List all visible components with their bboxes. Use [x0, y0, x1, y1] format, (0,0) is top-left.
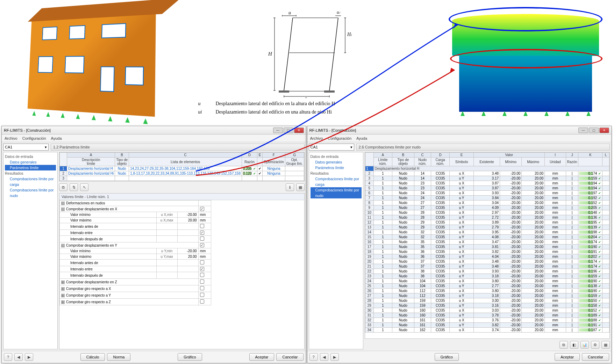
table-row[interactable]: 211Nudo 37CO35u Y 3.48-20.00 20.00mm | 0…: [365, 264, 610, 269]
table-row[interactable]: 81Nudo 27CO35u X 3.04-20.00 20.00mm | 0.…: [365, 201, 610, 205]
table-row[interactable]: 51Nudo 23CO35u Y 3.87-20.00 20.00mm | 0.…: [365, 186, 610, 191]
maximize-button[interactable]: ▢: [589, 128, 599, 133]
table-row[interactable]: 101Nudo 28CO35u X 2.97-20.00 20.00mm | 0…: [365, 210, 610, 215]
table-row[interactable]: 21Nudo 14CO35u X 3.48-20.00 20.00mm | 0.…: [365, 171, 610, 176]
table-row[interactable]: 71Nudo 24CO35u Y 3.84-20.00 20.00mm | 0.…: [365, 196, 610, 201]
param-row[interactable]: Intervalo después de: [60, 272, 211, 279]
param-row[interactable]: Intervalo entre ✓: [60, 230, 211, 236]
menu-ayuda[interactable]: Ayuda: [51, 136, 62, 140]
table-row[interactable]: 31Nudo 14CO35u Y 3.17-20.00 20.00mm | 0.…: [365, 176, 610, 181]
table-row[interactable]: 131Nudo 29CO35u Y 2.79-20.00 20.00mm | 0…: [365, 225, 610, 230]
table-row[interactable]: 1 Desplazamiento horizontal HNudo 14,23,…: [60, 166, 304, 171]
param-row[interactable]: ⊞Comprobar giro respecto a Y: [60, 292, 211, 299]
next-icon[interactable]: ▶: [330, 353, 339, 361]
param-row[interactable]: ⊟Comprobar desplazamiento en X ✓: [60, 206, 211, 212]
nav-tree-right[interactable]: Datos de entrada Datos generales Parámet…: [309, 152, 363, 349]
table-row[interactable]: 141Nudo 32CO35u X 3.95-20.00 20.00mm | 0…: [365, 230, 610, 235]
table-row[interactable]: 91Nudo 27CO35u Y 4.09-20.00 20.00mm | 0.…: [365, 205, 610, 210]
table-row[interactable]: 181Nudo 36CO35u X 3.82-20.00 20.00mm | 0…: [365, 249, 610, 254]
param-row[interactable]: Intervalo después de: [60, 236, 211, 242]
tree-item-datos[interactable]: Datos generales: [5, 159, 56, 165]
filter-icon[interactable]: ⧉: [59, 183, 67, 191]
menu-ayuda[interactable]: Ayuda: [356, 136, 367, 140]
param-row[interactable]: ⊟Comprobar desplazamiento en Y ✓: [60, 242, 211, 248]
norma-button[interactable]: Norma: [107, 353, 130, 361]
table-row[interactable]: 61Nudo 24CO35u X 3.93-20.00 20.00mm | 0.…: [365, 191, 610, 196]
case-combo[interactable]: CA1▾: [3, 144, 49, 151]
minimize-button[interactable]: —: [273, 128, 283, 133]
param-row[interactable]: ⊟Deformaciones en nudos: [60, 201, 211, 206]
menu-config[interactable]: Configuración: [328, 136, 351, 140]
table-row[interactable]: 171Nudo 35CO35u Y 3.81-20.00 20.00mm | 0…: [365, 245, 610, 249]
param-row[interactable]: Valor mínimo u Y,min-20.00mm: [60, 248, 211, 254]
param-table[interactable]: ⊟Deformaciones en nudos ⊟Comprobar despl…: [59, 200, 211, 305]
param-row[interactable]: Valor máximo u Y,max20.00mm: [60, 254, 211, 260]
prev-icon[interactable]: ◀: [14, 353, 23, 361]
table-row[interactable]: 301Nudo 160CO35u X 3.03-20.00 20.00mm | …: [365, 308, 610, 313]
table-row[interactable]: 3: [60, 176, 304, 181]
excel-icon[interactable]: ▦: [601, 341, 610, 349]
table-row[interactable]: 321Nudo 161CO35u X 3.76-20.00 20.00mm | …: [365, 318, 610, 323]
nav-tree-left[interactable]: Datos de entrada Datos generales Parámet…: [3, 152, 58, 349]
tree-item-parametros[interactable]: Parámetros límite: [5, 165, 56, 170]
param-row[interactable]: Intervalo antes de: [60, 223, 211, 230]
table-row[interactable]: 291Nudo 159CO35u Y 3.16-20.00 20.00mm | …: [365, 303, 610, 308]
menu-config[interactable]: Configuración: [22, 136, 46, 140]
cancel-button[interactable]: Cancelar: [582, 353, 609, 361]
param-row[interactable]: Intervalo antes de: [60, 260, 211, 266]
details-icon[interactable]: ℹ: [286, 183, 294, 191]
table-row[interactable]: 251Nudo 104CO35u Y 2.77-20.00 20.00mm | …: [365, 284, 610, 289]
table-row[interactable]: 241Nudo 104CO35u X 3.80-20.00 20.00mm | …: [365, 279, 610, 284]
help-icon[interactable]: ?: [309, 353, 318, 361]
maximize-button[interactable]: ▢: [284, 128, 293, 133]
calc-button[interactable]: Cálculo: [80, 353, 105, 361]
pick-icon[interactable]: ↖: [80, 183, 88, 191]
menu-archivo[interactable]: Archivo: [310, 136, 323, 140]
grafico-button[interactable]: Gráfico: [178, 353, 202, 361]
table-row[interactable]: 231Nudo 38CO35u Y 3.18-20.00 20.00mm | 0…: [365, 274, 610, 279]
titlebar-left[interactable]: RF-LIMITS - [Construcción] — ▢ ✕: [2, 126, 306, 134]
tree-item-carga[interactable]: Comprobaciones límite por carga: [5, 176, 56, 187]
prev-icon[interactable]: ◀: [320, 353, 328, 361]
table-row[interactable]: 311Nudo 160CO35u Y 3.78-20.00 20.00mm | …: [365, 313, 610, 318]
menu-archivo[interactable]: Archivo: [5, 136, 17, 140]
grafico-button[interactable]: Gráfico: [435, 353, 459, 361]
param-row[interactable]: Valor mínimo u X,min-20.00mm: [60, 212, 211, 218]
checks-grid[interactable]: A B C D E Valor I J K L: [365, 152, 610, 339]
filter-icon[interactable]: ⧉: [559, 341, 568, 349]
help-icon[interactable]: ?: [4, 353, 12, 361]
table-row[interactable]: 201Nudo 37CO35u X 3.48-20.00 20.00mm | 0…: [365, 259, 610, 264]
table-row[interactable]: 161Nudo 35CO35u X 3.47-20.00 20.00mm | 0…: [365, 240, 610, 245]
titlebar-right[interactable]: RF-LIMITS - [Construcción] — ▢ ✕: [307, 126, 612, 134]
table-row[interactable]: 331Nudo 161CO35u Y 3.82-20.00 20.00mm | …: [365, 323, 610, 328]
table-row[interactable]: 111Nudo 28CO35u Y 2.72-20.00 20.00mm | 0…: [365, 215, 610, 220]
ok-button[interactable]: Aceptar: [555, 353, 580, 361]
table-row[interactable]: 41Nudo 23CO35u X 3.87-20.00 20.00mm | 0.…: [365, 181, 610, 186]
param-row[interactable]: ⊞Comprobar desplazamiento en Z: [60, 279, 211, 285]
ok-button[interactable]: Aceptar: [249, 353, 275, 361]
close-button[interactable]: ✕: [599, 128, 609, 133]
table-row[interactable]: 261Nudo 112CO35u X 3.80-20.00 20.00mm | …: [365, 289, 610, 293]
table-row[interactable]: 151Nudo 32CO35u Y 4.08-20.00 20.00mm | 0…: [365, 235, 610, 240]
table-row[interactable]: 341Nudo 162CO35u X 3.74-20.00 20.00mm | …: [365, 328, 610, 333]
cancel-button[interactable]: Cancelar: [276, 353, 304, 361]
chart-icon[interactable]: 📊: [580, 341, 589, 349]
limits-grid[interactable]: A B C D E F G DescripciónlímiteTipo deob…: [59, 152, 305, 181]
table-row[interactable]: 2 Desplazamiento horizontal HiNudo 1,8-1…: [60, 171, 304, 176]
param-row[interactable]: Intervalo entre ✓: [60, 266, 211, 272]
colors-icon[interactable]: ◧: [570, 341, 578, 349]
param-row[interactable]: ⊞Comprobar giro respecto a X: [60, 285, 211, 292]
table-row[interactable]: 281Nudo 159CO35u X 3.00-20.00 20.00mm | …: [365, 298, 610, 303]
sort-icon[interactable]: ⇅: [70, 183, 78, 191]
param-row[interactable]: ⊞Comprobar giro respecto a Z: [60, 299, 211, 305]
param-row[interactable]: Valor máximo u X,max20.00mm: [60, 218, 211, 223]
minimize-button[interactable]: —: [578, 128, 588, 133]
table-row[interactable]: 221Nudo 38CO35u X 3.93-20.00 20.00mm | 0…: [365, 269, 610, 274]
case-combo[interactable]: CA1▾: [309, 144, 354, 151]
table-row[interactable]: 121Nudo 29CO35u X 3.89-20.00 20.00mm | 0…: [365, 220, 610, 225]
tree-item-nudo[interactable]: Comprobaciones límite por nudo: [5, 187, 56, 198]
excel-icon[interactable]: ▦: [296, 183, 305, 191]
next-icon[interactable]: ▶: [25, 353, 33, 361]
close-button[interactable]: ✕: [294, 128, 304, 133]
settings-icon[interactable]: ⚙: [591, 341, 599, 349]
